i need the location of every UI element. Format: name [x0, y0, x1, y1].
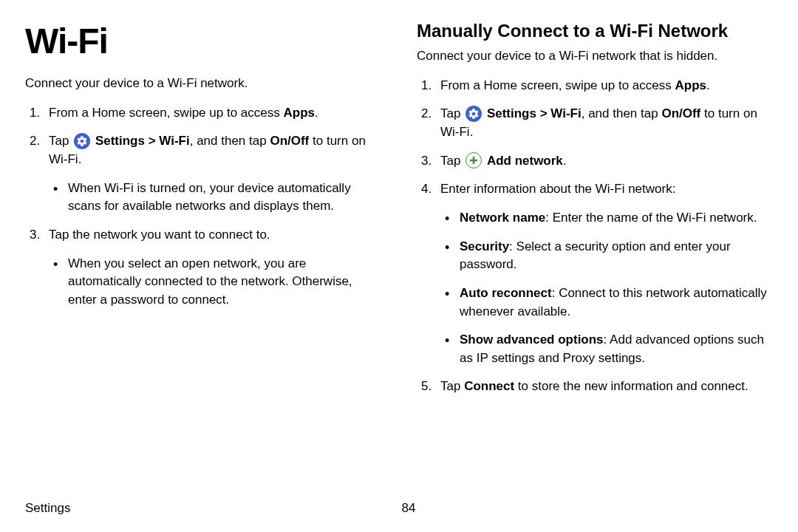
substep: Network name: Enter the name of the Wi-F…	[440, 209, 773, 228]
bold-text: Auto reconnect	[460, 286, 552, 300]
bold-text: Wi-Fi	[159, 134, 189, 148]
steps-list: From a Home screen, swipe up to access A…	[25, 104, 381, 310]
bold-text: Apps	[675, 78, 706, 92]
text: .	[563, 154, 567, 168]
text: Tap	[440, 106, 464, 120]
footer-label: Settings	[25, 501, 70, 516]
bold-text: >	[536, 106, 550, 120]
text: Tap	[440, 379, 464, 393]
step-2: Tap Settings > Wi-Fi, and then tap On/Of…	[25, 132, 381, 216]
text: to store the new information and connect…	[514, 379, 748, 393]
bold-text: Apps	[283, 106, 315, 120]
add-icon	[466, 152, 482, 168]
settings-icon	[466, 106, 482, 122]
text: Tap	[49, 134, 72, 148]
intro-text: Connect your device to a Wi-Fi network t…	[417, 47, 773, 65]
step-1: From a Home screen, swipe up to access A…	[417, 77, 773, 95]
substep: Auto reconnect: Connect to this network …	[440, 284, 773, 321]
bold-text: Wi-Fi	[550, 106, 581, 120]
step-5: Tap Connect to store the new information…	[417, 378, 773, 396]
substeps: When Wi-Fi is turned on, your device aut…	[49, 180, 381, 216]
text: From a Home screen, swipe up to access	[49, 106, 283, 120]
bold-text: Add network	[487, 154, 563, 168]
step-3: Tap Add network.	[417, 152, 773, 171]
text: , and then tap	[582, 106, 662, 120]
bold-text: Settings	[487, 106, 536, 120]
bold-text: Show advanced options	[460, 332, 604, 347]
text: Tap	[440, 154, 464, 168]
right-column: Manually Connect to a Wi-Fi Network Conn…	[417, 21, 773, 406]
bold-text: Settings	[95, 134, 145, 148]
substep: Show advanced options: Add advanced opti…	[440, 331, 773, 367]
text: .	[315, 106, 318, 120]
text: Tap the network you want to connect to.	[49, 228, 270, 242]
substep: Security: Select a security option and e…	[440, 238, 773, 274]
substep: When Wi-Fi is turned on, your device aut…	[49, 180, 381, 216]
steps-list: From a Home screen, swipe up to access A…	[417, 77, 773, 396]
section-title: Manually Connect to a Wi-Fi Network	[417, 21, 773, 41]
page-title: Wi-Fi	[25, 21, 381, 61]
step-1: From a Home screen, swipe up to access A…	[25, 104, 381, 123]
text: : Enter the name of the Wi-Fi network.	[545, 211, 757, 225]
bold-text: On/Off	[661, 106, 700, 120]
text: From a Home screen, swipe up to access	[440, 78, 675, 92]
bold-text: Connect	[464, 379, 514, 393]
left-column: Wi-Fi Connect your device to a Wi-Fi net…	[25, 21, 381, 406]
intro-text: Connect your device to a Wi-Fi network.	[25, 75, 381, 92]
bold-text: Security	[460, 239, 509, 253]
bold-text: >	[145, 134, 159, 148]
step-3: Tap the network you want to connect to. …	[25, 226, 381, 310]
bold-text: On/Off	[270, 134, 309, 148]
substeps: Network name: Enter the name of the Wi-F…	[440, 209, 773, 367]
settings-icon	[74, 133, 90, 149]
text: .	[706, 78, 710, 92]
bold-text: Network name	[460, 211, 545, 225]
step-4: Enter information about the Wi-Fi networ…	[417, 180, 773, 367]
page-number: 84	[401, 501, 415, 516]
substeps: When you select an open network, you are…	[49, 255, 381, 310]
step-2: Tap Settings > Wi-Fi, and then tap On/Of…	[417, 105, 773, 141]
text: Enter information about the Wi-Fi networ…	[440, 182, 675, 196]
substep: When you select an open network, you are…	[49, 255, 381, 310]
page-footer: Settings 84	[25, 501, 773, 516]
text: , and then tap	[190, 134, 270, 148]
